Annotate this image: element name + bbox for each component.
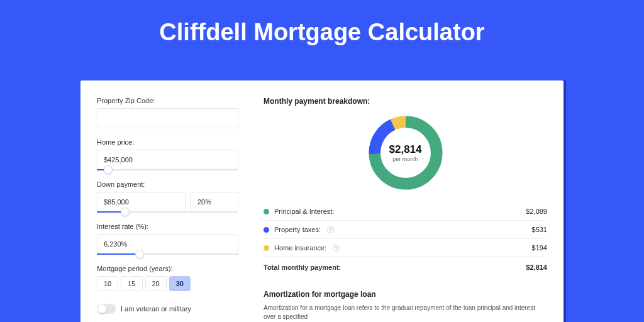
down-payment-slider[interactable] (97, 211, 238, 213)
page-title: Cliffdell Mortgage Calculator (0, 0, 644, 58)
info-icon[interactable]: ? (327, 226, 334, 233)
period-button-10[interactable]: 10 (97, 276, 118, 291)
legend-value: $531 (532, 226, 547, 233)
total-value: $2,814 (526, 264, 547, 271)
swatch-icon (264, 245, 269, 251)
down-payment-pct-input[interactable] (191, 192, 238, 212)
slider-thumb-icon[interactable] (135, 250, 144, 258)
donut-center-sub: per month (392, 156, 418, 162)
slider-thumb-icon[interactable] (121, 208, 130, 216)
veteran-label: I am veteran or military (121, 305, 191, 313)
period-button-15[interactable]: 15 (121, 276, 142, 291)
legend-label: Property taxes: (274, 226, 321, 233)
calculator-card: Property Zip Code: Home price: Down paym… (80, 80, 564, 322)
interest-rate-input[interactable] (97, 234, 238, 254)
amortization-title: Amortization for mortgage loan (264, 290, 547, 299)
legend-value: $194 (532, 244, 547, 252)
slider-thumb-icon[interactable] (104, 165, 113, 174)
legend-label: Home insurance: (274, 244, 326, 252)
interest-rate-slider[interactable] (97, 253, 238, 255)
toggle-knob-icon (97, 304, 106, 313)
amortization-text: Amortization for a mortgage loan refers … (264, 304, 547, 321)
legend-row: Principal & Interest:$2,089 (264, 203, 547, 220)
zip-label: Property Zip Code: (97, 97, 238, 104)
breakdown-legend: Principal & Interest:$2,089Property taxe… (264, 203, 547, 257)
veteran-toggle[interactable] (97, 304, 116, 314)
swatch-icon (264, 209, 269, 214)
down-payment-label: Down payment: (97, 180, 238, 188)
swatch-icon (264, 227, 269, 233)
form-column: Property Zip Code: Home price: Down paym… (97, 97, 251, 316)
legend-value: $2,089 (526, 208, 547, 215)
legend-label: Principal & Interest: (274, 208, 334, 215)
total-label: Total monthly payment: (264, 264, 341, 271)
breakdown-column: Monthly payment breakdown: $2,814 per mo… (251, 97, 547, 316)
period-button-group: 10152030 (97, 276, 238, 291)
donut-center-value: $2,814 (389, 143, 422, 156)
home-price-input[interactable] (97, 150, 238, 170)
payment-donut-chart: $2,814 per month (365, 112, 447, 194)
info-icon[interactable]: ? (333, 245, 340, 252)
zip-input[interactable] (97, 108, 238, 128)
legend-row: Property taxes:?$531 (264, 220, 547, 238)
total-row: Total monthly payment: $2,814 (264, 257, 547, 276)
period-button-30[interactable]: 30 (169, 276, 191, 291)
period-button-20[interactable]: 20 (145, 276, 167, 291)
home-price-label: Home price: (97, 138, 238, 146)
period-label: Mortgage period (years): (97, 265, 238, 272)
interest-rate-label: Interest rate (%): (97, 223, 238, 230)
breakdown-title: Monthly payment breakdown: (264, 97, 547, 106)
down-payment-input[interactable] (97, 192, 186, 212)
page-background: Cliffdell Mortgage Calculator Property Z… (0, 0, 644, 322)
home-price-slider[interactable] (97, 169, 238, 170)
legend-row: Home insurance:?$194 (264, 238, 547, 257)
